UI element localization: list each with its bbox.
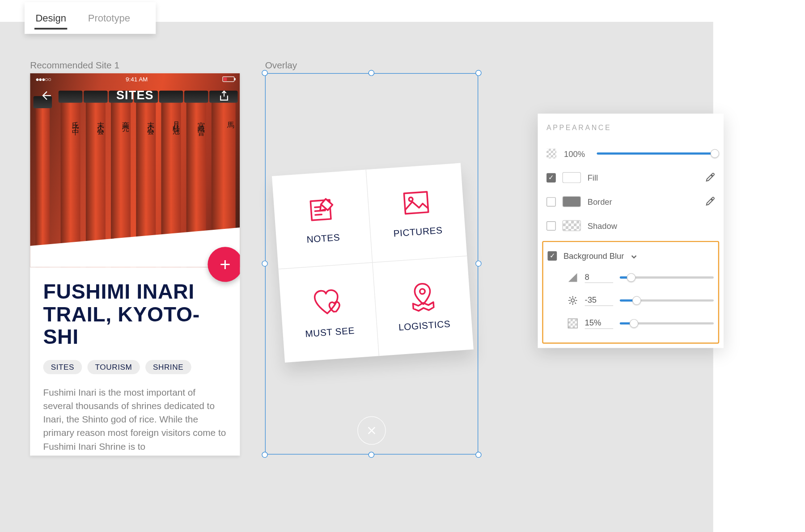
bg-blur-label: Background Blur bbox=[564, 251, 624, 261]
eyedropper-icon[interactable] bbox=[705, 173, 715, 182]
blur-brightness-value[interactable]: -35 bbox=[585, 295, 614, 306]
shadow-row: Shadow bbox=[547, 214, 715, 238]
inspector-panel: APPEARANCE 100% Fill Border Shadow bbox=[538, 114, 723, 348]
fill-label: Fill bbox=[588, 173, 699, 182]
svg-point-4 bbox=[571, 299, 574, 302]
fill-row: Fill bbox=[547, 165, 715, 190]
blur-amount-row: 8 bbox=[547, 266, 713, 289]
blur-amount-icon bbox=[567, 272, 578, 283]
opacity-icon bbox=[547, 148, 556, 158]
share-icon bbox=[218, 89, 230, 101]
border-row: Border bbox=[547, 190, 715, 214]
blur-brightness-slider[interactable] bbox=[620, 300, 714, 302]
border-swatch[interactable] bbox=[562, 196, 581, 207]
shadow-checkbox[interactable] bbox=[547, 221, 556, 230]
bg-blur-checkbox[interactable] bbox=[547, 251, 557, 261]
shadow-label: Shadow bbox=[588, 221, 715, 230]
chevron-down-icon bbox=[631, 253, 637, 259]
resize-handle[interactable] bbox=[475, 452, 481, 458]
fill-swatch[interactable] bbox=[562, 172, 581, 183]
nav-title: SITES bbox=[116, 89, 154, 103]
opacity-row: 100% bbox=[547, 141, 715, 165]
blur-opacity-row: 15% bbox=[547, 312, 713, 335]
border-checkbox[interactable] bbox=[547, 197, 556, 207]
artboard-label-2[interactable]: Overlay bbox=[265, 60, 297, 71]
chip: SHRINE bbox=[145, 360, 191, 374]
opacity-value[interactable]: 100% bbox=[564, 149, 589, 158]
brightness-icon bbox=[567, 295, 578, 306]
phone-content: FUSHIMI INARI TRAIL, KYOTO-SHI SITES TOU… bbox=[30, 275, 240, 454]
tag-chips: SITES TOURISM SHRINE bbox=[43, 360, 227, 374]
mode-tabs: Design Prototype bbox=[25, 2, 156, 34]
shadow-swatch[interactable] bbox=[562, 220, 581, 231]
tab-design[interactable]: Design bbox=[25, 2, 77, 34]
fill-checkbox[interactable] bbox=[547, 173, 556, 182]
resize-handle[interactable] bbox=[262, 70, 267, 76]
resize-handle[interactable] bbox=[262, 452, 267, 458]
artboard-overlay[interactable]: NOTES PICTURES MUST SEE LOGISTICS bbox=[265, 73, 479, 455]
background-blur-group: Background Blur 8 -35 15% bbox=[542, 241, 719, 344]
signal-dots-icon: ●●●○○ bbox=[35, 76, 51, 83]
resize-handle[interactable] bbox=[262, 261, 267, 266]
blur-opacity-slider[interactable] bbox=[620, 322, 714, 325]
site-description: Fushimi Inari is the most important of s… bbox=[43, 386, 227, 454]
tab-prototype[interactable]: Prototype bbox=[77, 2, 141, 34]
blur-opacity-value[interactable]: 15% bbox=[585, 318, 614, 329]
eyedropper-icon[interactable] bbox=[705, 197, 715, 207]
battery-icon bbox=[222, 76, 234, 82]
selection-rectangle bbox=[265, 73, 479, 455]
back-arrow-icon bbox=[40, 89, 52, 101]
resize-handle[interactable] bbox=[475, 70, 481, 76]
chip: SITES bbox=[43, 360, 82, 374]
status-time: 9:41 AM bbox=[126, 76, 148, 83]
border-label: Border bbox=[588, 197, 699, 207]
blur-brightness-row: -35 bbox=[547, 289, 713, 312]
resize-handle[interactable] bbox=[369, 70, 374, 76]
blur-amount-slider[interactable] bbox=[620, 276, 714, 279]
bg-blur-header[interactable]: Background Blur bbox=[547, 245, 713, 266]
artboard-label-1[interactable]: Recommended Site 1 bbox=[30, 60, 119, 71]
panel-title: APPEARANCE bbox=[547, 123, 715, 131]
phone-nav: SITES bbox=[30, 89, 240, 103]
chip: TOURISM bbox=[87, 360, 140, 374]
resize-handle[interactable] bbox=[475, 261, 481, 266]
blur-opacity-icon bbox=[567, 318, 578, 329]
blur-amount-value[interactable]: 8 bbox=[585, 272, 614, 283]
opacity-slider[interactable] bbox=[597, 152, 715, 155]
site-title: FUSHIMI INARI TRAIL, KYOTO-SHI bbox=[43, 281, 227, 348]
resize-handle[interactable] bbox=[369, 452, 374, 458]
status-bar: ●●●○○ 9:41 AM bbox=[30, 73, 240, 85]
artboard-recommended-site[interactable]: 氏子中 末広会 商売 末広会 月桂冠 宮崎曽 馬 ●●●○○ 9:41 AM S… bbox=[30, 73, 240, 456]
